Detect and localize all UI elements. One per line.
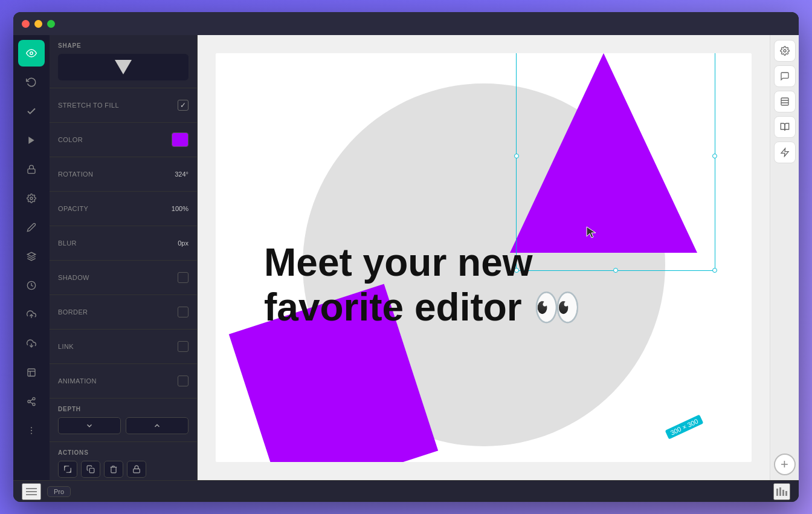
selection-handle-mr[interactable] [712, 154, 717, 158]
svg-point-13 [33, 403, 35, 406]
share-icon-button[interactable] [18, 388, 45, 415]
more-icon-button[interactable] [18, 417, 45, 444]
shadow-check[interactable] [178, 272, 188, 283]
actions-section: ACTIONS [50, 442, 197, 480]
svg-rect-2 [28, 169, 35, 173]
animation-check[interactable] [178, 376, 188, 386]
shadow-section: SHADOW [50, 261, 197, 295]
properties-panel: SHAPE STRETCH TO FILL ✓ COLOR [50, 35, 198, 480]
minimize-button[interactable] [34, 20, 42, 28]
right-settings-button[interactable] [774, 40, 796, 62]
depth-section: DEPTH [50, 399, 197, 442]
rotation-value[interactable]: 324° [175, 171, 188, 178]
blur-row: BLUR 0px [58, 233, 188, 253]
action-lock-button[interactable] [127, 461, 146, 478]
action-delete-button[interactable] [104, 461, 123, 478]
action-crop-button[interactable] [58, 461, 77, 478]
settings-icon-button[interactable] [18, 185, 45, 212]
animation-row: ANIMATION [58, 371, 188, 391]
canvas-text-line1: Meet your new [264, 241, 582, 285]
actions-row [58, 461, 188, 478]
blur-value[interactable]: 0px [178, 239, 188, 247]
svg-rect-31 [779, 487, 781, 496]
main-area: SHAPE STRETCH TO FILL ✓ COLOR [13, 35, 799, 480]
svg-point-17 [31, 430, 32, 431]
menu-button[interactable] [22, 483, 41, 500]
link-section: LINK [50, 330, 197, 364]
color-label: COLOR [58, 136, 83, 143]
svg-point-18 [31, 433, 32, 434]
link-check[interactable] [178, 341, 188, 352]
clock-icon-button[interactable] [18, 272, 45, 299]
border-label: BORDER [58, 308, 88, 316]
right-layout-button[interactable] [774, 91, 796, 112]
color-section: COLOR [50, 123, 197, 157]
right-comment-button[interactable] [774, 65, 796, 87]
depth-up-button[interactable] [126, 417, 188, 434]
border-section: BORDER [50, 295, 197, 330]
svg-marker-4 [27, 252, 35, 256]
icon-toolbar [13, 35, 50, 480]
color-swatch[interactable] [172, 132, 188, 147]
check-icon-button[interactable] [18, 98, 45, 125]
animation-label: ANIMATION [58, 377, 97, 385]
right-panel: + [770, 35, 799, 480]
blur-label: BLUR [58, 239, 77, 247]
svg-rect-23 [781, 98, 788, 105]
action-copy-button[interactable] [81, 461, 100, 478]
gallery-icon-button[interactable] [18, 359, 45, 386]
undo-icon-button[interactable] [18, 69, 45, 96]
svg-rect-20 [134, 469, 140, 472]
download-icon-button[interactable] [18, 330, 45, 357]
close-button[interactable] [22, 20, 30, 28]
add-element-button[interactable]: + [774, 454, 796, 475]
rotation-section: ROTATION 324° [50, 157, 197, 192]
svg-line-14 [30, 402, 33, 404]
maximize-button[interactable] [47, 20, 55, 28]
titlebar [13, 12, 799, 35]
opacity-row: OPACITY 100% [58, 199, 188, 218]
right-lightning-button[interactable] [774, 142, 796, 163]
traffic-lights [22, 20, 55, 28]
depth-controls [58, 417, 188, 434]
shape-section: SHAPE [50, 35, 197, 88]
eye-icon-button[interactable] [18, 40, 45, 67]
svg-rect-30 [776, 489, 778, 496]
shadow-label: SHADOW [58, 274, 89, 281]
lock-icon-button[interactable] [18, 156, 45, 183]
svg-point-11 [33, 397, 35, 400]
stretch-check[interactable]: ✓ [178, 100, 188, 111]
add-icon: + [781, 458, 788, 471]
shadow-row: SHADOW [58, 268, 188, 287]
app-window: SHAPE STRETCH TO FILL ✓ COLOR [13, 12, 799, 502]
canvas-area[interactable]: 300 × 300 Meet your new favorite editor … [198, 35, 770, 480]
svg-rect-33 [785, 491, 787, 496]
svg-point-16 [31, 427, 32, 428]
stats-button[interactable] [773, 483, 790, 500]
svg-rect-8 [28, 369, 35, 376]
border-check[interactable] [178, 307, 188, 317]
svg-marker-1 [28, 137, 34, 144]
stretch-section: STRETCH TO FILL ✓ [50, 88, 197, 123]
opacity-value[interactable]: 100% [172, 205, 188, 212]
animation-section: ANIMATION [50, 364, 197, 399]
shape-label: SHAPE [58, 42, 188, 49]
svg-point-22 [784, 50, 786, 52]
blur-section: BLUR 0px [50, 226, 197, 261]
link-row: LINK [58, 337, 188, 356]
right-book-button[interactable] [774, 116, 796, 138]
svg-point-0 [30, 52, 33, 55]
opacity-section: OPACITY 100% [50, 192, 197, 226]
depth-label: DEPTH [58, 406, 188, 412]
shape-triangle [115, 60, 132, 74]
pen-icon-button[interactable] [18, 214, 45, 241]
upload-icon-button[interactable] [18, 301, 45, 328]
shape-preview[interactable] [58, 54, 188, 80]
link-label: LINK [58, 343, 74, 350]
depth-down-button[interactable] [58, 417, 121, 434]
selection-handle-br[interactable] [712, 268, 717, 273]
bottom-bar: Pro [13, 480, 799, 502]
layers-icon-button[interactable] [18, 243, 45, 270]
pro-badge: Pro [47, 486, 71, 497]
play-icon-button[interactable] [18, 127, 45, 154]
